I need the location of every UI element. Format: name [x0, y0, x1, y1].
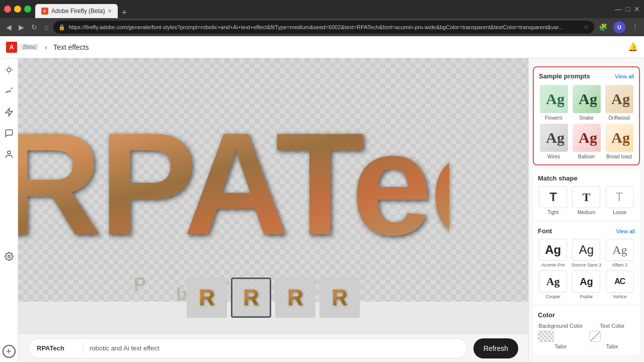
bg-tailor-label: Tailor [538, 344, 584, 349]
shape-preview-medium: T [572, 186, 600, 208]
window-controls [4, 6, 31, 13]
win-close-btn[interactable]: ✕ [634, 5, 640, 13]
window-minimize-btn[interactable] [14, 6, 21, 13]
browser-titlebar: F Adobe Firefly (Beta) × + — □ ✕ [0, 0, 644, 18]
address-bar[interactable]: 🔒 https://firefly.adobe.com/generate/fon… [53, 21, 594, 34]
notification-btn[interactable]: 🔔 [628, 42, 638, 52]
font-section: Font View all Ag Acumin Pro Ag Source Sa… [533, 222, 640, 304]
window-maximize-btn[interactable] [24, 6, 31, 13]
prompt-item-driftwood[interactable]: Ag Driftwood [604, 85, 634, 121]
font-view-all[interactable]: View all [616, 228, 635, 234]
lock-icon: 🔒 [58, 24, 65, 31]
shape-preview-loose: T [606, 186, 634, 208]
toolbar-right: 🧩 U ⋮ [597, 20, 640, 35]
svg-text:Ag: Ag [611, 129, 629, 146]
color-section-title: Color [538, 311, 555, 319]
svg-text:Ag: Ag [546, 129, 564, 146]
prompt-preview-snake: Ag [573, 85, 601, 113]
tab-close-btn[interactable]: × [108, 8, 112, 15]
text-color-label: Text Color [590, 323, 635, 329]
home-btn[interactable]: ⌂ [42, 21, 50, 33]
font-grid: Ag Acumin Pro Ag Source Sans 3 Ag Alfarn… [538, 239, 635, 299]
win-restore-btn[interactable]: □ [626, 5, 630, 13]
font-item-alfarn[interactable]: Ag Alfarn 2 [605, 239, 635, 267]
url-text: https://firefly.adobe.com/generate/font-… [68, 24, 581, 30]
main-content: + [0, 58, 644, 362]
tab-title: Adobe Firefly (Beta) [51, 8, 105, 15]
thumbnail-1[interactable]: R [187, 278, 227, 318]
prompt-label-driftwood: Driftwood [608, 115, 629, 121]
generated-text: RPATech [18, 88, 449, 269]
back-button[interactable]: ‹ [45, 43, 47, 51]
adobe-logo-mark: A [6, 42, 17, 53]
menu-btn[interactable]: ⋮ [630, 22, 640, 33]
thumb-letter-1: R [199, 285, 215, 310]
profile-btn[interactable]: U [612, 20, 627, 35]
thumbnail-2[interactable]: R [231, 278, 271, 318]
left-sidebar: + [0, 58, 18, 362]
prompt-item-wires[interactable]: Ag Wires [539, 124, 569, 159]
sidebar-icon-settings[interactable] [2, 249, 17, 264]
bookmark-icon[interactable]: ☆ [584, 24, 589, 31]
thumbnail-4[interactable]: R [319, 278, 360, 318]
font-preview-cooper: Ag [539, 270, 567, 293]
font-item-cooper[interactable]: Ag Cooper [538, 270, 568, 299]
forward-nav-btn[interactable]: ▶ [17, 21, 26, 33]
shape-item-medium[interactable]: T Medium [571, 186, 601, 215]
thumbnail-3[interactable]: R [275, 278, 315, 318]
prompt-item-balloon[interactable]: Ag Balloon [572, 124, 601, 159]
color-section: Color Background Color Tailor Text Color [533, 306, 640, 354]
match-shape-title: Match shape [538, 174, 578, 182]
app-header: A (Beta) ‹ Text effects 🔔 [0, 36, 644, 58]
sample-prompts-header: Sample prompts View all [539, 72, 634, 80]
sidebar-icon-firefly[interactable] [2, 62, 17, 77]
app-container: A (Beta) ‹ Text effects 🔔 [0, 36, 644, 362]
shape-item-loose[interactable]: T Loose [605, 186, 635, 215]
browser-tab[interactable]: F Adobe Firefly (Beta) × [35, 4, 118, 18]
text-color-swatches [590, 331, 635, 342]
prompt-item-breadtoast[interactable]: Ag Bread toast [604, 124, 634, 159]
svg-point-7 [8, 255, 10, 258]
font-label-vortice: Vortice [613, 294, 627, 299]
prompt-item-snake[interactable]: Ag Snake [572, 85, 601, 121]
svg-text:Ag: Ag [611, 90, 629, 108]
shape-label-tight: Tight [547, 210, 558, 215]
color-row: Background Color Tailor Text Color Tai [538, 323, 635, 349]
font-item-acumin[interactable]: Ag Acumin Pro [538, 239, 568, 267]
font-item-vortice[interactable]: AC Vortice [605, 270, 635, 299]
match-shape-header: Match shape [538, 174, 635, 182]
font-item-poplar[interactable]: Ag Poplar [571, 270, 601, 299]
refresh-button[interactable]: Refresh [473, 338, 518, 358]
font-preview-acumin: Ag [539, 239, 567, 261]
sidebar-icon-lightning[interactable] [2, 105, 17, 120]
font-preview-source-sans: Ag [572, 239, 600, 261]
text-color-swatch[interactable] [590, 331, 601, 342]
extensions-btn[interactable]: 🧩 [597, 22, 609, 33]
prompt-item-flowers[interactable]: Ag Flowers [539, 85, 569, 121]
back-nav-btn[interactable]: ◀ [4, 21, 14, 33]
shape-item-tight[interactable]: T Tight [538, 186, 568, 215]
svg-text:Ag: Ag [579, 90, 597, 108]
sidebar-icon-person[interactable] [2, 147, 17, 162]
font-preview-alfarn: Ag [606, 239, 634, 261]
window-close-btn[interactable] [4, 6, 11, 13]
sample-prompts-title: Sample prompts [539, 72, 590, 80]
sample-prompts-view-all[interactable]: View all [615, 73, 634, 79]
font-preview-vortice: AC [606, 270, 634, 293]
win-minimize-btn[interactable]: — [615, 5, 622, 13]
prompt-label-breadtoast: Bread toast [606, 154, 632, 159]
new-tab-btn[interactable]: + [120, 8, 129, 18]
sidebar-icon-brush[interactable] [2, 83, 17, 99]
reload-btn[interactable]: ↻ [29, 21, 39, 33]
text-input-value: RPATech [37, 344, 77, 352]
sidebar-icon-chat[interactable] [2, 126, 17, 141]
user-avatar: U [613, 21, 625, 33]
font-item-source-sans[interactable]: Ag Source Sans 3 [571, 239, 601, 267]
text-input-pill[interactable]: RPATech robotic and Ai text effect [28, 338, 467, 358]
add-icon[interactable]: + [3, 345, 16, 358]
bottom-input-bar: RPATech robotic and Ai text effect Refre… [18, 334, 528, 362]
page-title: Text effects [53, 43, 89, 51]
bg-color-swatch[interactable] [538, 331, 554, 342]
bg-color-col: Background Color Tailor [538, 323, 584, 349]
prompt-label-wires: Wires [547, 154, 560, 159]
